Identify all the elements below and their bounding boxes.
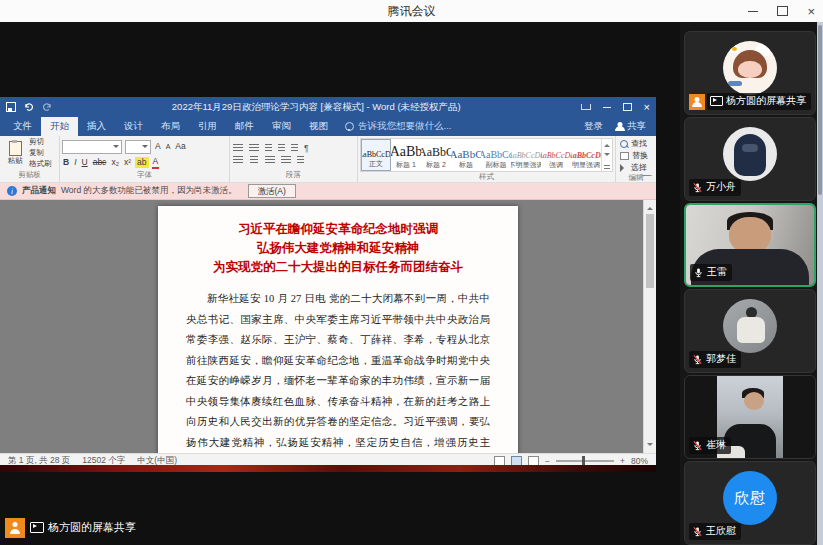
participant-tile-cuilin[interactable]: 崔琳	[684, 375, 816, 459]
style-subtitle[interactable]: AaBbCc 副标题	[481, 139, 511, 171]
style-intense-emphasis[interactable]: AaBbCcDd 明显强调	[571, 139, 601, 171]
align-right-icon[interactable]	[265, 156, 275, 164]
scroll-up-icon[interactable]	[647, 204, 653, 210]
styles-gallery-scroll[interactable]	[601, 139, 612, 171]
cut-button[interactable]: 剪切	[29, 137, 52, 147]
subscript-button[interactable]: x₂	[110, 157, 120, 168]
collapse-ribbon-icon[interactable]	[640, 175, 653, 180]
style-heading1[interactable]: AaBb 标题 1	[391, 139, 421, 171]
style-emphasis[interactable]: AaBbCcDd 强调	[541, 139, 571, 171]
select-button[interactable]: 选择	[620, 162, 648, 173]
scroll-down-icon[interactable]	[647, 443, 653, 449]
bold-button[interactable]: B	[62, 157, 70, 168]
word-restore-icon[interactable]	[623, 103, 632, 111]
style-subtle-emphasis[interactable]: AaBbCcDd 不明显强调	[511, 139, 541, 171]
sidebar-scrollbar-thumb[interactable]	[818, 25, 822, 195]
tab-mailings[interactable]: 邮件	[226, 117, 263, 136]
gallery-more-icon[interactable]	[604, 165, 610, 169]
person-icon	[9, 522, 21, 534]
font-size-combo[interactable]	[125, 140, 151, 154]
numbered-list-icon[interactable]	[249, 144, 259, 152]
font-color-button[interactable]: A	[152, 156, 160, 169]
scrollbar-thumb[interactable]	[646, 214, 654, 288]
participant-tile-wangxinwei[interactable]: 欣慰 王欣慰	[684, 461, 816, 545]
align-center-icon[interactable]	[250, 156, 258, 164]
line-spacing-icon[interactable]	[297, 156, 304, 164]
gallery-up-icon[interactable]	[604, 141, 610, 147]
find-button[interactable]: 查找	[620, 138, 648, 149]
tabbar-right: 登录 共享	[574, 117, 656, 136]
superscript-button[interactable]: x²	[123, 157, 132, 168]
italic-button[interactable]: I	[73, 157, 77, 168]
tab-view[interactable]: 视图	[300, 117, 337, 136]
shrink-font-button[interactable]: A	[165, 141, 172, 152]
tab-design[interactable]: 设计	[115, 117, 152, 136]
grow-font-button[interactable]: A	[154, 141, 162, 152]
undo-icon[interactable]	[24, 103, 34, 111]
replace-label: 替换	[632, 150, 648, 161]
tab-file[interactable]: 文件	[4, 117, 41, 136]
save-icon[interactable]	[6, 102, 16, 112]
tab-layout[interactable]: 布局	[152, 117, 189, 136]
document-page[interactable]: 习近平在瞻仰延安革命纪念地时强调 弘扬伟大建党精神和延安精神 为实现党的二十大提…	[158, 206, 518, 453]
redo-icon[interactable]	[42, 103, 52, 111]
tell-me-box[interactable]: 告诉我您想要做什么...	[337, 117, 459, 136]
tab-insert[interactable]: 插入	[78, 117, 115, 136]
shared-screen-area: 2022年11月29日政治理论学习内容 [兼容模式] - Word (未经授权产…	[0, 22, 680, 545]
decrease-indent-icon[interactable]	[278, 144, 285, 152]
pilcrow-icon[interactable]: ¶	[304, 144, 309, 152]
share-button[interactable]: 共享	[615, 120, 646, 133]
format-painter-button[interactable]: 格式刷	[29, 159, 52, 169]
bullet-list-icon[interactable]	[233, 144, 243, 152]
style-heading2[interactable]: AaBbC 标题 2	[421, 139, 451, 171]
document-scrollbar[interactable]	[643, 200, 656, 453]
document-title-line3: 为实现党的二十大提出的目标任务而团结奋斗	[186, 258, 490, 277]
avatar-photo	[723, 299, 777, 353]
multilevel-list-icon[interactable]	[265, 144, 272, 152]
word-minimize-icon[interactable]	[603, 107, 611, 108]
zoom-slider[interactable]	[556, 460, 614, 462]
highlight-button[interactable]: ab	[135, 157, 148, 168]
participant-tile-guomengjia[interactable]: 郭梦佳	[684, 289, 816, 373]
activate-button[interactable]: 激活(A)	[248, 184, 296, 198]
document-title-line1: 习近平在瞻仰延安革命纪念地时强调	[186, 220, 490, 239]
notice-message: Word 的大多数功能已被禁用，因为尚未激活。	[61, 185, 237, 197]
font-group-label: 字体	[62, 170, 227, 182]
minimize-icon[interactable]	[748, 11, 758, 12]
meeting-window: 腾讯会议 × 2022年11月29日政治理论学习内容 [兼容模式]	[0, 0, 823, 545]
participant-tile-wanxiaozhou[interactable]: 万小舟	[684, 117, 816, 201]
presenter-badge	[5, 518, 25, 538]
word-document-title: 2022年11月29日政治理论学习内容 [兼容模式] - Word (未经授权产…	[52, 101, 581, 114]
sign-in-link[interactable]: 登录	[584, 120, 603, 133]
share-label-chip: 杨方圆的屏幕共享	[25, 517, 143, 538]
gallery-down-icon[interactable]	[604, 153, 610, 159]
strikethrough-button[interactable]: abc	[92, 157, 108, 168]
underline-button[interactable]: U	[81, 157, 89, 168]
tab-references[interactable]: 引用	[189, 117, 226, 136]
style-normal[interactable]: AaBbCcDd 正文	[361, 139, 391, 171]
justify-icon[interactable]	[281, 156, 291, 164]
style-title[interactable]: AaBbC 标题	[451, 139, 481, 171]
editing-group: 查找 替换 选择 编辑	[616, 136, 656, 182]
participant-name: 王雷	[707, 265, 727, 279]
participant-name: 杨方圆的屏幕共享	[726, 94, 806, 108]
tab-home[interactable]: 开始	[41, 117, 78, 136]
paste-button[interactable]: 粘贴	[3, 141, 27, 166]
word-close-icon[interactable]: ×	[644, 102, 650, 113]
tab-review[interactable]: 审阅	[263, 117, 300, 136]
close-icon[interactable]: ×	[807, 5, 815, 18]
ribbon-display-options-icon[interactable]	[581, 104, 591, 110]
participant-tile-yangfangyuan[interactable]: 杨方圆的屏幕共享	[684, 31, 816, 115]
align-left-icon[interactable]	[233, 156, 243, 164]
change-case-button[interactable]: Aa	[174, 141, 186, 152]
replace-button[interactable]: 替换	[620, 150, 648, 161]
quick-access-toolbar	[6, 102, 52, 112]
sidebar-scrollbar[interactable]	[817, 22, 823, 545]
maximize-icon[interactable]	[777, 6, 788, 16]
product-notice-bar: i 产品通知 Word 的大多数功能已被禁用，因为尚未激活。 激活(A)	[0, 183, 656, 200]
copy-button[interactable]: 复制	[29, 148, 52, 158]
replace-icon	[620, 152, 629, 160]
participant-tile-wanglei[interactable]: 王雷	[684, 203, 816, 287]
increase-indent-icon[interactable]	[291, 144, 298, 152]
font-name-combo[interactable]	[62, 140, 122, 154]
